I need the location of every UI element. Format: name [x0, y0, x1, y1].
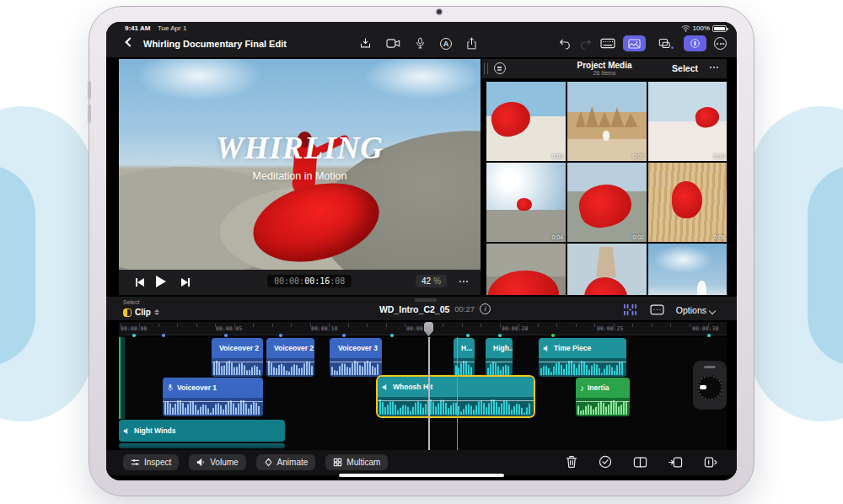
timeline-clip[interactable]: Voiceover 1: [163, 378, 263, 416]
decorative-blob-left-inner: [0, 165, 35, 366]
volume-up-button[interactable]: [88, 81, 91, 99]
marker-dot: [498, 334, 502, 337]
clip-label: Voiceover 3: [338, 344, 378, 352]
skip-forward-icon[interactable]: [180, 278, 190, 287]
tool-selector[interactable]: Clip: [123, 308, 159, 317]
timeline-ruler[interactable]: 00:00:00 00:00:05 00:00:10 00:00:15 00:0…: [119, 322, 727, 335]
media-thumbnail[interactable]: 0:02: [567, 163, 647, 242]
browser-overlay-button[interactable]: [653, 35, 676, 51]
clip-duration: 0:02: [632, 153, 644, 159]
insert-clip-icon[interactable]: [668, 456, 683, 469]
video-viewer[interactable]: WHIRLING Meditation in Motion: [119, 59, 481, 270]
media-thumbnail[interactable]: [648, 244, 727, 295]
marker-dot: [224, 334, 228, 337]
battery-percent: 100%: [693, 24, 710, 32]
thumb-figure: [697, 281, 706, 295]
magnetic-timeline-icon[interactable]: [622, 303, 638, 316]
skimmer-line: [457, 337, 458, 450]
annotate-icon[interactable]: A: [440, 38, 452, 50]
play-icon[interactable]: [156, 276, 166, 287]
marker-dot: [390, 334, 394, 337]
volume-button[interactable]: Volume: [189, 454, 245, 470]
volume-down-button[interactable]: [88, 105, 91, 123]
media-thumbnail[interactable]: 0:03: [486, 82, 566, 161]
undo-icon[interactable]: [558, 37, 572, 51]
clip-label: Voiceover 2: [274, 344, 314, 352]
skip-back-icon[interactable]: [136, 278, 146, 287]
ruler-tick: 00:00:30: [692, 325, 718, 332]
redo-icon[interactable]: [579, 37, 593, 51]
inspector-icon: [131, 458, 140, 467]
project-title: Whirling Documentary Final Edit: [143, 39, 287, 49]
select-button[interactable]: Select: [672, 63, 698, 73]
playhead-line[interactable]: [428, 337, 430, 450]
wifi-icon: [681, 24, 690, 32]
import-media-icon[interactable]: [359, 37, 372, 50]
checkmark-circle-icon[interactable]: [599, 455, 612, 469]
timeline-clip-selected[interactable]: Whoosh Hit: [376, 375, 535, 418]
home-indicator[interactable]: [339, 474, 504, 477]
stacked-clips-icon: [658, 38, 671, 49]
audio-insert-icon[interactable]: [704, 456, 718, 469]
jog-handle-bar: [704, 366, 716, 368]
media-thumbnail[interactable]: [486, 244, 566, 295]
back-chevron-icon[interactable]: [125, 37, 134, 46]
jog-pointer: [700, 385, 706, 389]
more-options-icon[interactable]: [714, 37, 727, 50]
timeline-clip[interactable]: Voiceover 2: [266, 338, 314, 377]
media-thumbnail[interactable]: 0:02: [567, 82, 647, 161]
options-dropdown[interactable]: Options: [676, 302, 715, 317]
media-browser-button[interactable]: [623, 35, 646, 51]
viewer-zoom-control[interactable]: 42%: [416, 275, 447, 287]
timeline-clip[interactable]: Night Winds: [119, 420, 285, 442]
timeline-tracks[interactable]: Voiceover 2 Voiceover 2 Voiceover 3 H...…: [119, 337, 727, 450]
viewer-more-icon[interactable]: [459, 281, 468, 282]
ruler-tick: 00:00:00: [121, 325, 147, 332]
notification-badge: [671, 46, 674, 50]
speaker-icon: [123, 427, 131, 435]
timecode-display[interactable]: 00:00:00:16:08: [267, 275, 352, 287]
camera-icon[interactable]: [386, 38, 400, 49]
media-thumbnail[interactable]: 0:04: [486, 163, 566, 242]
clip-label: Voiceover 1: [177, 383, 217, 392]
grid-icon: [333, 458, 342, 467]
project-media-panel: Project Media 26 Items Select 0:03 0:02 …: [482, 59, 727, 295]
timeline-clip[interactable]: Voiceover 2: [212, 338, 263, 377]
timeline-clip[interactable]: Voiceover 3: [330, 338, 382, 377]
speaker-icon: [543, 345, 550, 352]
music-note-icon: ♪: [580, 383, 584, 393]
timeline-clip[interactable]: High...: [486, 338, 513, 377]
timeline-drag-handle[interactable]: [415, 298, 437, 302]
microphone-icon[interactable]: [415, 37, 426, 50]
marker-dot: [132, 334, 136, 337]
select-mode-label: Select: [123, 299, 139, 305]
jog-wheel[interactable]: [693, 361, 727, 410]
jog-wheel-toggle-button[interactable]: [684, 35, 706, 51]
ruler-tick: 00:00:05: [216, 325, 242, 332]
waveform: [576, 398, 630, 416]
media-thumbnail[interactable]: 0:06: [648, 163, 727, 242]
media-more-icon[interactable]: [710, 67, 718, 68]
media-thumbnail[interactable]: 0:10: [648, 82, 727, 161]
split-clip-icon[interactable]: [633, 456, 647, 469]
mic-icon: [334, 344, 335, 352]
inspect-button[interactable]: Inspect: [123, 454, 179, 470]
trash-icon[interactable]: [566, 455, 577, 469]
cloud: [653, 245, 712, 274]
timeline-clip[interactable]: ♪Inertia: [576, 378, 630, 416]
overwrite-mode-icon[interactable]: [650, 304, 664, 315]
jog-wheel-icon: [690, 38, 701, 49]
timeline-clip[interactable]: Time Piece: [539, 338, 626, 377]
thumb-figure: [487, 97, 534, 141]
keyboard-icon[interactable]: [600, 38, 615, 49]
ipad-device: 9:41 AM Tue Apr 1 100% Whirling Document…: [89, 6, 754, 496]
photos-icon: [628, 39, 641, 49]
thumb-figure: [603, 131, 609, 141]
tool-label: Clip: [135, 308, 151, 317]
animate-button[interactable]: Animate: [256, 454, 316, 470]
multicam-button[interactable]: Multicam: [325, 454, 388, 470]
clip-sliver: [119, 443, 285, 448]
media-thumbnail[interactable]: [567, 244, 647, 295]
info-icon[interactable]: i: [480, 303, 491, 314]
share-icon[interactable]: [466, 37, 477, 50]
